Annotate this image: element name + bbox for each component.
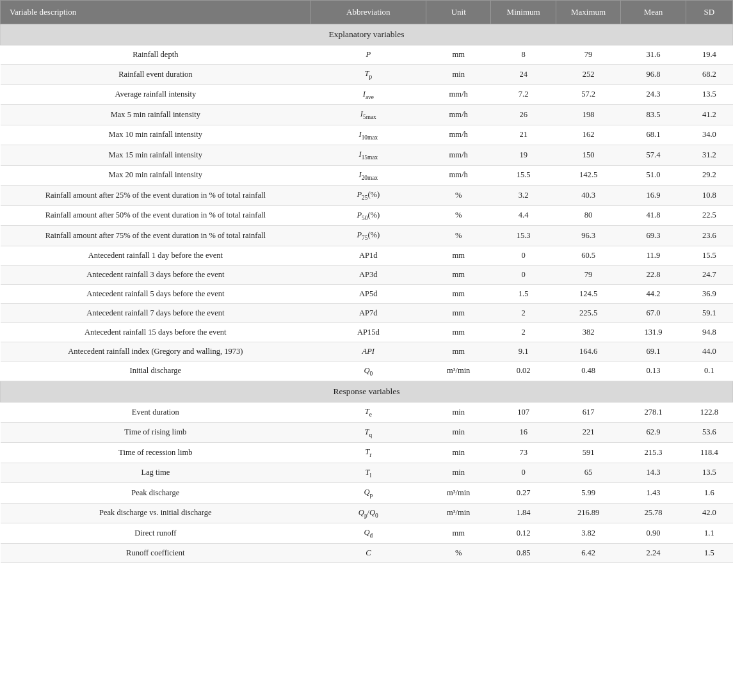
cell-abbreviation: P50(%)	[310, 205, 426, 226]
cell-unit: min	[426, 463, 490, 483]
cell-maximum: 591	[556, 443, 620, 463]
cell-abbreviation: Qp	[310, 483, 426, 504]
cell-mean: 11.9	[621, 246, 686, 265]
table-row: Rainfall event durationTpmin2425296.868.…	[1, 65, 733, 85]
table-row: Time of recession limbTrmin73591215.3118…	[1, 443, 733, 463]
cell-abbreviation: I20max	[310, 165, 426, 186]
cell-maximum: 150	[556, 145, 620, 166]
cell-mean: 96.8	[621, 65, 686, 85]
cell-maximum: 80	[556, 205, 620, 226]
cell-description: Antecedent rainfall 3 days before the ev…	[1, 265, 311, 284]
cell-minimum: 3.2	[491, 186, 556, 206]
cell-mean: 16.9	[621, 186, 686, 206]
cell-unit: m³/min	[426, 361, 490, 381]
cell-abbreviation: AP15d	[310, 322, 426, 342]
cell-description: Time of recession limb	[1, 443, 311, 463]
cell-sd: 122.8	[686, 402, 732, 423]
cell-maximum: 198	[556, 105, 620, 125]
cell-maximum: 216.89	[556, 503, 620, 523]
cell-mean: 215.3	[621, 443, 686, 463]
table-row: Antecedent rainfall 7 days before the ev…	[1, 303, 733, 322]
cell-description: Max 20 min rainfall intensity	[1, 165, 311, 186]
cell-description: Rainfall amount after 50% of the event d…	[1, 205, 311, 226]
col-header-abbr: Abbreviation	[310, 1, 426, 24]
cell-description: Initial discharge	[1, 361, 311, 381]
cell-sd: 31.2	[686, 145, 732, 166]
cell-minimum: 26	[491, 105, 556, 125]
cell-minimum: 19	[491, 145, 556, 166]
cell-maximum: 124.5	[556, 284, 620, 303]
cell-sd: 1.1	[686, 523, 732, 544]
cell-unit: mm/h	[426, 125, 490, 145]
cell-mean: 24.3	[621, 84, 686, 105]
cell-mean: 62.9	[621, 422, 686, 443]
cell-unit: m³/min	[426, 503, 490, 523]
cell-unit: mm/h	[426, 105, 490, 125]
cell-mean: 1.43	[621, 483, 686, 504]
cell-description: Max 10 min rainfall intensity	[1, 125, 311, 145]
cell-description: Time of rising limb	[1, 422, 311, 443]
cell-abbreviation: Te	[310, 402, 426, 423]
cell-unit: min	[426, 443, 490, 463]
cell-maximum: 60.5	[556, 246, 620, 265]
table-row: Rainfall depthPmm87931.619.4	[1, 45, 733, 65]
cell-abbreviation: Qp/Q0	[310, 503, 426, 523]
cell-maximum: 252	[556, 65, 620, 85]
cell-description: Antecedent rainfall 7 days before the ev…	[1, 303, 311, 322]
table-row: Rainfall amount after 75% of the event d…	[1, 226, 733, 246]
cell-description: Rainfall amount after 25% of the event d…	[1, 186, 311, 206]
table-row: Peak discharge vs. initial dischargeQp/Q…	[1, 503, 733, 523]
table-row: Rainfall amount after 50% of the event d…	[1, 205, 733, 226]
cell-sd: 13.5	[686, 463, 732, 483]
cell-mean: 31.6	[621, 45, 686, 65]
cell-sd: 1.5	[686, 543, 732, 562]
cell-minimum: 0.02	[491, 361, 556, 381]
col-header-maximum: Maximum	[556, 1, 620, 24]
cell-sd: 118.4	[686, 443, 732, 463]
cell-minimum: 7.2	[491, 84, 556, 105]
section-header-0: Explanatory variables	[1, 24, 733, 45]
cell-abbreviation: Tq	[310, 422, 426, 443]
cell-mean: 69.1	[621, 342, 686, 361]
table-row: Initial dischargeQ0m³/min0.020.480.130.1	[1, 361, 733, 381]
cell-maximum: 79	[556, 265, 620, 284]
cell-mean: 41.8	[621, 205, 686, 226]
table-row: Antecedent rainfall 15 days before the e…	[1, 322, 733, 342]
cell-description: Max 15 min rainfall intensity	[1, 145, 311, 166]
cell-maximum: 79	[556, 45, 620, 65]
cell-description: Direct runoff	[1, 523, 311, 544]
cell-minimum: 9.1	[491, 342, 556, 361]
cell-sd: 29.2	[686, 165, 732, 186]
cell-mean: 57.4	[621, 145, 686, 166]
cell-mean: 278.1	[621, 402, 686, 423]
cell-unit: m³/min	[426, 483, 490, 504]
cell-sd: 44.0	[686, 342, 732, 361]
cell-description: Average rainfall intensity	[1, 84, 311, 105]
cell-sd: 19.4	[686, 45, 732, 65]
cell-abbreviation: AP5d	[310, 284, 426, 303]
cell-abbreviation: P25(%)	[310, 186, 426, 206]
cell-minimum: 15.5	[491, 165, 556, 186]
cell-unit: %	[426, 186, 490, 206]
cell-description: Lag time	[1, 463, 311, 483]
cell-sd: 15.5	[686, 246, 732, 265]
col-header-unit: Unit	[426, 1, 490, 24]
cell-mean: 69.3	[621, 226, 686, 246]
cell-mean: 2.24	[621, 543, 686, 562]
cell-mean: 83.5	[621, 105, 686, 125]
table-row: Max 10 min rainfall intensityI10maxmm/h2…	[1, 125, 733, 145]
table-row: Antecedent rainfall 1 day before the eve…	[1, 246, 733, 265]
cell-mean: 14.3	[621, 463, 686, 483]
cell-description: Rainfall event duration	[1, 65, 311, 85]
cell-minimum: 0.12	[491, 523, 556, 544]
cell-maximum: 5.99	[556, 483, 620, 504]
col-header-minimum: Minimum	[491, 1, 556, 24]
cell-maximum: 142.5	[556, 165, 620, 186]
cell-maximum: 57.2	[556, 84, 620, 105]
cell-unit: mm	[426, 284, 490, 303]
cell-description: Max 5 min rainfall intensity	[1, 105, 311, 125]
cell-mean: 68.1	[621, 125, 686, 145]
cell-description: Antecedent rainfall 1 day before the eve…	[1, 246, 311, 265]
cell-unit: mm/h	[426, 165, 490, 186]
cell-abbreviation: I10max	[310, 125, 426, 145]
